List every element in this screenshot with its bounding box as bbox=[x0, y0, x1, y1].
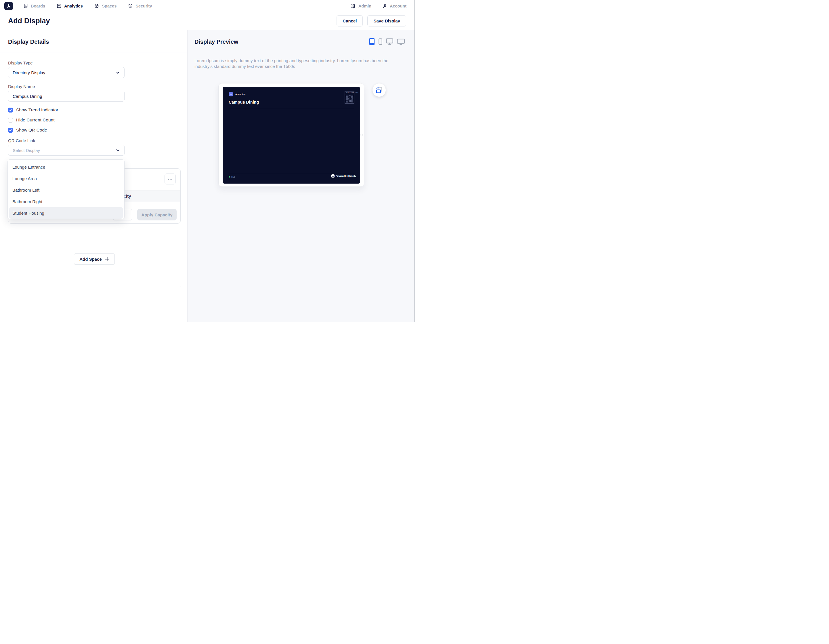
nav-item-boards[interactable]: Boards bbox=[23, 3, 45, 8]
display-name-input[interactable]: Campus Dining bbox=[8, 91, 125, 102]
display-type-select[interactable]: Directory Display bbox=[8, 67, 125, 78]
preview-description: Lorem Ipsum is simply dummy text of the … bbox=[194, 58, 396, 69]
preview-divider bbox=[188, 52, 414, 52]
analytics-icon bbox=[57, 3, 61, 8]
tablet-icon[interactable] bbox=[369, 38, 375, 45]
density-logo-icon bbox=[6, 3, 11, 8]
phone-icon[interactable] bbox=[378, 38, 382, 45]
live-dot-icon bbox=[229, 176, 230, 178]
security-icon bbox=[128, 3, 133, 8]
checkbox-show-trend-indicator[interactable]: Show Trend Indicator bbox=[8, 107, 58, 112]
display-preview-panel: Display Preview Lorem Ipsum is simply du… bbox=[188, 30, 414, 322]
powered-by-label: Powered by Density bbox=[336, 175, 356, 177]
chevron-down-icon bbox=[116, 71, 120, 75]
display-type-value: Directory Display bbox=[13, 70, 45, 75]
company-name: Acme Inc. bbox=[235, 93, 246, 96]
tablet-camera-dot bbox=[361, 134, 363, 136]
tablet-preview-frame: Acme Inc. Campus Dining MOBILE DIRECTORY bbox=[218, 83, 364, 187]
qr-code-link-label: QR Code Link bbox=[8, 138, 35, 143]
checkbox-icon bbox=[8, 107, 13, 112]
live-label: Live bbox=[231, 175, 235, 178]
nav-item-spaces[interactable]: Spaces bbox=[94, 3, 117, 9]
qr-code-image bbox=[346, 95, 353, 103]
tv-icon[interactable] bbox=[397, 39, 405, 45]
checkbox-label: Show Trend Indicator bbox=[16, 107, 58, 112]
qr-link-dropdown-menu: Lounge Entrance Lounge Area Bathroom Lef… bbox=[8, 159, 125, 219]
qr-caption: MOBILE DIRECTORY bbox=[345, 92, 354, 94]
top-nav: Boards Analytics Spaces Security bbox=[0, 0, 414, 12]
display-details-panel: Display Details Display Type Directory D… bbox=[0, 30, 188, 322]
nav-item-security[interactable]: Security bbox=[128, 3, 152, 8]
add-space-dropzone: Add Space bbox=[8, 231, 181, 287]
page-title: Add Display bbox=[8, 17, 50, 25]
nav-label: Admin bbox=[358, 4, 371, 8]
header-actions: Cancel Save Display bbox=[337, 15, 406, 27]
nav-item-analytics[interactable]: Analytics bbox=[57, 3, 82, 8]
live-status: Live bbox=[229, 175, 235, 178]
screen-divider-top bbox=[229, 109, 354, 109]
preview-title: Display Preview bbox=[194, 39, 238, 45]
boards-icon bbox=[23, 3, 28, 8]
nav-items: Boards Analytics Spaces Security bbox=[23, 3, 152, 9]
checkbox-icon bbox=[8, 128, 13, 133]
nav-label: Spaces bbox=[102, 4, 117, 8]
screen-divider-bottom bbox=[229, 173, 354, 173]
checkbox-hide-current-count[interactable]: Hide Current Count bbox=[8, 117, 55, 123]
checkbox-show-qr-code[interactable]: Show QR Code bbox=[8, 128, 47, 133]
apply-capacity-button[interactable]: Apply Capacity bbox=[137, 209, 177, 220]
screen-display-name: Campus Dining bbox=[229, 100, 259, 104]
qr-code-link-select[interactable]: Select Display bbox=[8, 145, 125, 156]
chevron-down-icon bbox=[116, 148, 120, 153]
dropdown-option-bathroom-left[interactable]: Bathroom Left bbox=[8, 184, 124, 196]
nav-label: Analytics bbox=[64, 4, 82, 8]
dropdown-option-lounge-entrance[interactable]: Lounge Entrance bbox=[8, 161, 124, 173]
gear-icon bbox=[351, 3, 356, 9]
nav-right: Admin Account bbox=[351, 3, 407, 9]
plus-icon bbox=[105, 257, 109, 261]
display-type-label: Display Type bbox=[8, 60, 33, 65]
dropdown-option-student-housing[interactable]: Student Housing bbox=[9, 207, 123, 219]
display-name-label: Display Name bbox=[8, 84, 35, 89]
powered-by: Powered by Density bbox=[331, 174, 356, 178]
rotate-orientation-button[interactable] bbox=[372, 84, 386, 97]
cancel-button[interactable]: Cancel bbox=[337, 15, 363, 27]
density-logo-small bbox=[331, 174, 334, 178]
monitor-icon[interactable] bbox=[386, 38, 393, 45]
space-card-menu-button[interactable] bbox=[164, 174, 176, 185]
device-selector bbox=[369, 38, 405, 45]
person-icon bbox=[382, 3, 387, 8]
app-window: Boards Analytics Spaces Security bbox=[0, 0, 414, 322]
nav-label: Account bbox=[390, 4, 407, 8]
density-logo[interactable] bbox=[4, 2, 13, 10]
checkbox-icon bbox=[8, 118, 13, 123]
preview-screen: Acme Inc. Campus Dining MOBILE DIRECTORY bbox=[223, 87, 360, 183]
add-space-button[interactable]: Add Space bbox=[74, 253, 115, 265]
qr-link-placeholder: Select Display bbox=[13, 148, 40, 153]
dropdown-option-bathroom-right[interactable]: Bathroom Right bbox=[8, 196, 124, 207]
company-avatar bbox=[229, 92, 233, 96]
rotate-icon bbox=[375, 86, 383, 94]
checkbox-label: Hide Current Count bbox=[16, 117, 55, 123]
dropdown-option-lounge-area[interactable]: Lounge Area bbox=[8, 173, 124, 184]
nav-label: Security bbox=[136, 4, 152, 8]
spaces-icon bbox=[94, 3, 99, 9]
qr-code-block: MOBILE DIRECTORY bbox=[345, 91, 355, 104]
checkbox-label: Show QR Code bbox=[16, 128, 47, 133]
ellipsis-icon bbox=[167, 177, 173, 182]
section-title: Display Details bbox=[8, 39, 49, 45]
display-name-value: Campus Dining bbox=[13, 94, 42, 99]
nav-item-account[interactable]: Account bbox=[382, 3, 407, 8]
save-display-button[interactable]: Save Display bbox=[367, 15, 406, 27]
section-divider bbox=[0, 52, 187, 52]
page-header: Add Display Cancel Save Display bbox=[0, 12, 414, 30]
nav-item-admin[interactable]: Admin bbox=[351, 3, 371, 9]
add-space-label: Add Space bbox=[79, 257, 102, 262]
nav-label: Boards bbox=[31, 4, 45, 8]
